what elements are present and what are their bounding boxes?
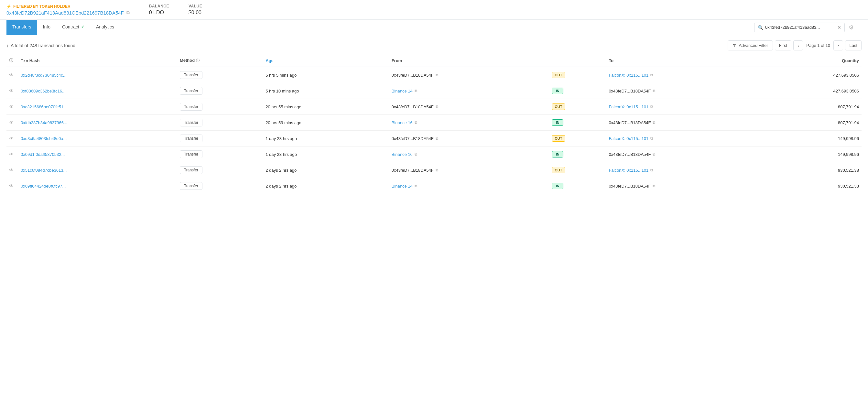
row-to: 0x43feD7...B18DA54F ⧉ (606, 178, 767, 194)
row-from: Binance 14 ⧉ (389, 178, 550, 194)
eye-icon[interactable]: 👁 (9, 104, 13, 109)
direction-badge: IN (552, 88, 563, 94)
last-page-button[interactable]: Last (845, 40, 862, 51)
to-address-link[interactable]: FalconX: 0x115...101 (609, 168, 648, 173)
copy-to-icon[interactable]: ⧉ (653, 184, 655, 188)
tab-info[interactable]: Info (37, 20, 56, 35)
copy-address-icon[interactable]: ⧉ (126, 10, 130, 16)
col-age[interactable]: Age (263, 54, 389, 67)
filter-input-wrap[interactable]: 🔍 ✕ (754, 23, 845, 32)
copy-to-icon[interactable]: ⧉ (653, 120, 655, 125)
copy-from-icon[interactable]: ⧉ (436, 104, 438, 109)
copy-to-icon[interactable]: ⧉ (653, 152, 655, 156)
copy-to-icon[interactable]: ⧉ (650, 136, 653, 141)
to-address-link[interactable]: FalconX: 0x115...101 (609, 73, 648, 78)
row-age: 1 day 23 hrs ago (263, 147, 389, 162)
from-addr-wrap: Binance 14 ⧉ (392, 89, 547, 93)
prev-page-button[interactable]: ‹ (793, 40, 803, 51)
row-from: 0x43feD7...B18DA54F ⧉ (389, 162, 550, 178)
txn-hash-link[interactable]: 0x09d1f0daff5870532... (21, 152, 65, 157)
col-info-icon[interactable]: ⓘ (9, 58, 13, 63)
to-address-link[interactable]: FalconX: 0x115...101 (609, 136, 648, 141)
filter-close-icon[interactable]: ✕ (837, 25, 841, 30)
row-quantity: 930,521.33 (767, 178, 862, 194)
row-eye-cell: 👁 (6, 162, 18, 178)
age-text: 1 day 23 hrs ago (266, 152, 297, 157)
settings-icon[interactable]: ⚙ (847, 23, 855, 32)
row-to: FalconX: 0x115...101 ⧉ (606, 99, 767, 115)
copy-to-icon[interactable]: ⧉ (650, 104, 653, 109)
to-address-link[interactable]: FalconX: 0x115...101 (609, 104, 648, 109)
contract-check-icon: ✔ (81, 25, 84, 29)
to-address-text: 0x43feD7...B18DA54F (609, 152, 651, 157)
row-age: 1 day 23 hrs ago (263, 131, 389, 147)
eye-icon[interactable]: 👁 (9, 136, 13, 141)
eye-icon[interactable]: 👁 (9, 152, 13, 157)
txn-hash-link[interactable]: 0x2d48f3cd730485c4c... (21, 73, 67, 78)
txn-hash-link[interactable]: 0x51c6f084d7cbe3613... (21, 168, 67, 173)
content-area: ↕ A total of 248 transactions found ⛛ Ad… (0, 35, 868, 194)
copy-from-icon[interactable]: ⧉ (414, 152, 417, 156)
age-text: 20 hrs 59 mins ago (266, 120, 301, 125)
advanced-filter-label: Advanced Filter (739, 43, 768, 48)
copy-to-icon[interactable]: ⧉ (650, 73, 653, 77)
txn-hash-link[interactable]: 0x69ff64424de0f6fc97... (21, 184, 66, 188)
row-txn-hash: 0x69ff64424de0f6fc97... (18, 178, 177, 194)
row-eye-cell: 👁 (6, 115, 18, 131)
filter-address-input[interactable] (765, 25, 835, 30)
value-label: VALUE (189, 4, 202, 8)
txn-hash-link[interactable]: 0xc3215686be070fe51... (21, 104, 67, 109)
to-addr-wrap: 0x43feD7...B18DA54F ⧉ (609, 184, 764, 188)
tab-transfers[interactable]: Transfers (6, 20, 37, 35)
row-to: FalconX: 0x115...101 ⧉ (606, 67, 767, 83)
wallet-address[interactable]: 0x43feD72B921aF413Aad831CEbd221697B18DA5… (6, 10, 130, 16)
age-text: 2 days 2 hrs ago (266, 168, 297, 173)
eye-icon[interactable]: 👁 (9, 167, 13, 173)
copy-from-icon[interactable]: ⧉ (436, 73, 438, 77)
copy-from-icon[interactable]: ⧉ (414, 184, 417, 188)
copy-from-icon[interactable]: ⧉ (436, 136, 438, 141)
eye-icon[interactable]: 👁 (9, 183, 13, 188)
row-direction: IN (549, 147, 606, 162)
eye-icon[interactable]: 👁 (9, 120, 13, 125)
row-eye-cell: 👁 (6, 99, 18, 115)
tab-contract[interactable]: Contract ✔ (56, 20, 90, 35)
to-addr-wrap: 0x43feD7...B18DA54F ⧉ (609, 152, 764, 157)
from-address-text: 0x43feD7...B18DA54F (392, 104, 434, 109)
tab-analytics[interactable]: Analytics (90, 20, 120, 35)
eye-icon[interactable]: 👁 (9, 72, 13, 78)
method-help-icon[interactable]: ⓘ (196, 59, 199, 62)
advanced-filter-button[interactable]: ⛛ Advanced Filter (727, 40, 773, 51)
row-age: 20 hrs 59 mins ago (263, 115, 389, 131)
transactions-table: ⓘ Txn Hash Method ⓘ Age From To Quantity… (6, 54, 862, 194)
from-address-link[interactable]: Binance 16 (392, 120, 413, 125)
method-badge: Transfer (180, 150, 203, 158)
col-method: Method ⓘ (177, 54, 263, 67)
row-txn-hash: 0xc3215686be070fe51... (18, 99, 177, 115)
first-page-button[interactable]: First (775, 40, 792, 51)
txn-hash-link[interactable]: 0xd3c6a4803fcb48d0a... (21, 136, 67, 141)
from-address-link[interactable]: Binance 14 (392, 184, 413, 188)
value-amount: $0.00 (189, 10, 202, 16)
balance-section: BALANCE 0 LDO (149, 4, 169, 16)
copy-to-icon[interactable]: ⧉ (653, 89, 655, 93)
copy-from-icon[interactable]: ⧉ (436, 168, 438, 173)
txn-hash-link[interactable]: 0xf83609c362be3fc16... (21, 89, 66, 93)
next-page-button[interactable]: › (833, 40, 843, 51)
row-quantity: 427,693.0506 (767, 67, 862, 83)
col-quantity: Quantity (767, 54, 862, 67)
age-text: 5 hrs 5 mins ago (266, 73, 297, 78)
copy-from-icon[interactable]: ⧉ (414, 120, 417, 125)
filter-bar-right: 🔍 ✕ ⚙ (754, 20, 862, 35)
eye-icon[interactable]: 👁 (9, 88, 13, 93)
from-address-text: 0x43feD7...B18DA54F (392, 168, 434, 173)
from-address-link[interactable]: Binance 16 (392, 152, 413, 157)
txn-hash-link[interactable]: 0xfdb287b34a9837966... (21, 120, 67, 125)
copy-to-icon[interactable]: ⧉ (650, 168, 653, 173)
age-text: 5 hrs 10 mins ago (266, 89, 299, 93)
row-txn-hash: 0x2d48f3cd730485c4c... (18, 67, 177, 83)
copy-from-icon[interactable]: ⧉ (414, 89, 417, 93)
row-from: 0x43feD7...B18DA54F ⧉ (389, 131, 550, 147)
from-address-link[interactable]: Binance 14 (392, 89, 413, 93)
row-eye-cell: 👁 (6, 131, 18, 147)
